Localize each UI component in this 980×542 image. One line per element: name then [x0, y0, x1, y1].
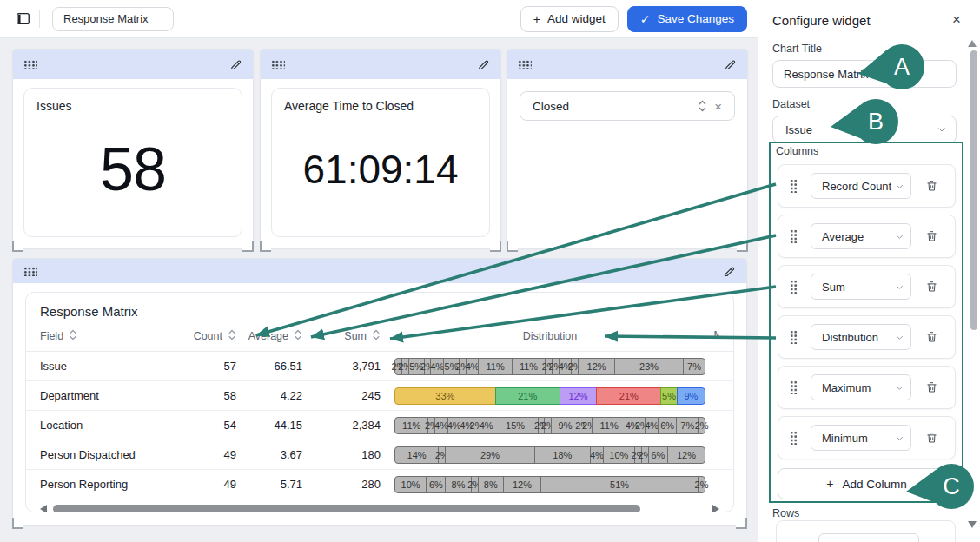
column-type-select[interactable]: Maximum [811, 374, 911, 400]
add-widget-button[interactable]: + Add widget [520, 6, 619, 32]
table-row: Person Dispatched493.6718014%2%29%18%4%1… [26, 440, 733, 470]
drag-handle-icon[interactable] [23, 60, 37, 69]
trash-icon[interactable] [925, 431, 938, 445]
drag-handle-icon[interactable] [790, 280, 798, 294]
distribution-segment: 11% [512, 358, 546, 375]
clipped-next-column-header: M [705, 329, 719, 343]
column-type-select[interactable]: Minimum [811, 425, 911, 451]
drag-handle-icon[interactable] [790, 229, 798, 243]
cell-field: Issue [40, 360, 188, 373]
metric-value: 58 [36, 113, 229, 226]
column-card-maximum: Maximum [778, 366, 956, 409]
distribution-segment: 21% [495, 387, 560, 405]
distribution-segment: 4% [590, 446, 604, 464]
sort-icon[interactable] [228, 329, 236, 343]
drag-handle-icon[interactable] [23, 267, 37, 276]
save-changes-button[interactable]: ✓ Save Changes [627, 6, 747, 32]
close-icon[interactable]: × [952, 11, 961, 29]
resize-handle[interactable] [737, 241, 748, 252]
sort-icon[interactable] [372, 329, 381, 343]
resize-handle[interactable] [242, 241, 254, 252]
drag-handle-icon[interactable] [790, 380, 798, 394]
widget-header [13, 259, 746, 283]
chevron-down-icon [937, 124, 947, 135]
edit-pencil-icon[interactable] [477, 58, 490, 71]
column-type-value: Average [822, 230, 895, 243]
filter-select[interactable]: Closed × [520, 91, 735, 121]
configure-widget-panel: Configure widget × Chart Title Dataset I… [758, 0, 980, 542]
sidebar-scrollbar-thumb[interactable] [970, 50, 977, 330]
chart-title-input[interactable] [772, 60, 957, 88]
add-widget-label: Add widget [547, 12, 606, 25]
trash-icon[interactable] [925, 330, 938, 344]
scrollbar-thumb[interactable] [53, 505, 640, 512]
column-type-select[interactable]: Average [811, 223, 911, 249]
sort-icon[interactable] [69, 329, 77, 343]
widget-filter: Closed × [507, 49, 748, 248]
columns-label: Columns [776, 145, 962, 157]
row-card [776, 520, 956, 542]
column-type-select[interactable]: Record Count [811, 173, 911, 199]
resize-handle[interactable] [507, 241, 518, 252]
column-header-field[interactable]: Field [40, 329, 188, 343]
distribution-segment: 6% [426, 476, 446, 493]
plus-icon: + [533, 13, 540, 25]
table-title: Response Matrix [26, 293, 733, 323]
distribution-segment: 4% [434, 417, 448, 434]
column-header-sum[interactable]: Sum [302, 329, 381, 343]
sort-icon[interactable] [294, 329, 302, 343]
column-type-select[interactable]: Sum [811, 274, 911, 300]
dataset-value: Issue [785, 123, 937, 136]
widget-response-matrix: Response Matrix FieldCountAverageSumDist… [12, 258, 747, 525]
drag-handle-icon[interactable] [790, 179, 798, 193]
dataset-select[interactable]: Issue [772, 116, 957, 143]
header-label: Distribution [523, 330, 578, 342]
edit-pencil-icon[interactable] [723, 265, 736, 278]
column-type-value: Minimum [822, 432, 895, 445]
scroll-right-icon[interactable] [712, 505, 719, 512]
resize-handle[interactable] [12, 518, 23, 529]
chart-title-label: Chart Title [772, 43, 980, 55]
column-type-select[interactable]: Distribution [811, 324, 911, 350]
plus-icon: + [826, 478, 833, 490]
trash-icon[interactable] [925, 380, 938, 394]
edit-pencil-icon[interactable] [229, 58, 242, 71]
chevron-down-icon [895, 182, 904, 191]
resize-handle[interactable] [260, 241, 271, 252]
resize-handle[interactable] [490, 241, 501, 252]
column-header-average[interactable]: Average [236, 329, 302, 343]
distribution-bar: 11%2%4%4%4%2%4%15%2%2%9%2%2%11%4%2%4%6%7… [394, 417, 705, 434]
clear-filter-icon[interactable]: × [711, 99, 725, 114]
drag-handle-icon[interactable] [790, 431, 798, 445]
metric-value: 61:09:14 [284, 113, 477, 226]
column-card-sum: Sum [778, 265, 956, 308]
edit-pencil-icon[interactable] [724, 58, 737, 71]
cell-field: Person Dispatched [40, 448, 188, 461]
sidebar-toggle-icon[interactable] [13, 10, 32, 29]
check-icon: ✓ [640, 13, 651, 25]
scroll-down-icon[interactable] [968, 521, 977, 528]
row-type-select[interactable] [818, 533, 919, 542]
sort-updown-icon[interactable] [694, 100, 711, 112]
cell-clipped [705, 448, 719, 462]
scroll-left-icon[interactable] [40, 505, 47, 512]
chevron-down-icon [895, 383, 904, 393]
trash-icon[interactable] [925, 179, 938, 193]
distribution-segment: 2% [698, 476, 705, 493]
drag-handle-icon[interactable] [790, 330, 798, 344]
resize-handle[interactable] [736, 518, 747, 529]
scroll-up-icon[interactable] [968, 40, 977, 47]
trash-icon[interactable] [925, 229, 938, 243]
add-column-button[interactable]: + Add Column [778, 468, 956, 499]
column-header-count[interactable]: Count [188, 329, 236, 343]
drag-handle-icon[interactable] [518, 60, 532, 69]
chevron-down-icon [895, 433, 904, 443]
widget-average-time: Average Time to Closed 61:09:14 [260, 49, 501, 248]
column-card-average: Average [778, 215, 956, 258]
trash-icon[interactable] [925, 280, 938, 294]
dashboard-title-input[interactable] [52, 7, 174, 31]
drag-handle-icon[interactable] [271, 60, 285, 69]
resize-handle[interactable] [12, 241, 23, 252]
distribution-bar: 2%2%5%2%4%5%2%4%11%11%2%2%4%2%12%23%7% [394, 358, 705, 375]
cell-sum: 3,791 [302, 360, 381, 373]
